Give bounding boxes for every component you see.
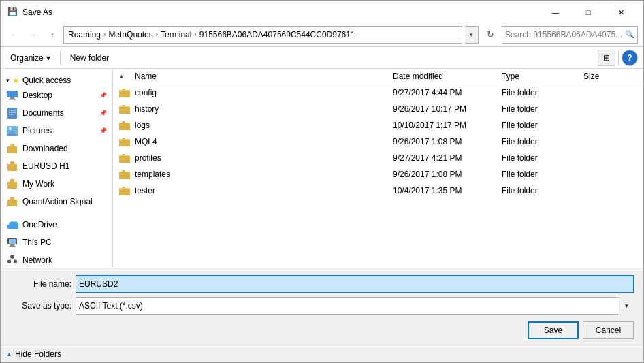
hide-folders-button[interactable]: ▲ Hide Folders: [6, 349, 61, 359]
sidebar-item-eurusd[interactable]: EURUSD H1: [1, 157, 112, 175]
table-row[interactable]: profiles 9/27/2017 4:21 PM File folder: [113, 150, 643, 166]
sidebar-item-pictures[interactable]: Pictures 📌: [1, 122, 112, 140]
table-row[interactable]: history 9/26/2017 10:17 PM File folder: [113, 101, 643, 117]
saveas-select-wrapper: ASCII Text (*.csv) ▾: [76, 297, 634, 315]
onedrive-label: OneDrive: [22, 220, 57, 230]
back-button[interactable]: ←: [6, 27, 22, 43]
form-buttons: Save Cancel: [10, 319, 634, 339]
file-type: File folder: [502, 88, 583, 97]
file-date: 10/4/2017 1:35 PM: [393, 186, 502, 195]
folder-icon: [118, 185, 131, 196]
refresh-button[interactable]: ↻: [481, 26, 499, 44]
organize-button[interactable]: Organize ▾: [6, 52, 54, 64]
file-type: File folder: [502, 137, 583, 146]
table-row[interactable]: tester 10/4/2017 1:35 PM File folder: [113, 183, 643, 199]
sidebar-item-quantaction[interactable]: QuantAction Signal: [1, 193, 112, 210]
close-button[interactable]: ✕: [605, 5, 637, 20]
sidebar: ▾ ★ Quick access Desktop 📌 Documents 📌: [1, 69, 113, 268]
thispc-icon: [6, 237, 18, 248]
pictures-label: Pictures: [22, 126, 52, 136]
up-button[interactable]: ↑: [44, 27, 61, 43]
hide-folders-label: Hide Folders: [15, 349, 61, 359]
svg-rect-15: [7, 260, 11, 263]
documents-pin: 📌: [99, 110, 107, 116]
sort-indicator: ▲: [118, 73, 131, 80]
sidebar-item-desktop[interactable]: Desktop 📌: [1, 86, 112, 104]
table-row[interactable]: logs 10/10/2017 1:17 PM File folder: [113, 117, 643, 133]
svg-rect-4: [9, 110, 16, 111]
folder-icon: [118, 169, 131, 180]
dialog-title: Save As: [22, 7, 540, 17]
help-button[interactable]: ?: [622, 50, 638, 66]
search-box[interactable]: 🔍: [502, 26, 638, 44]
minimize-button[interactable]: —: [540, 5, 571, 20]
address-bar: ← → ↑ Roaming › MetaQuotes › Terminal › …: [1, 22, 643, 47]
file-name: logs: [135, 121, 393, 130]
saveas-select[interactable]: ASCII Text (*.csv): [76, 297, 634, 315]
col-header-size[interactable]: Size: [583, 72, 638, 81]
svg-point-8: [9, 127, 12, 130]
documents-label: Documents: [22, 108, 64, 118]
file-name: MQL4: [135, 137, 393, 146]
sidebar-item-network[interactable]: Network: [1, 251, 112, 268]
quick-access-header[interactable]: ▾ ★ Quick access: [1, 72, 112, 86]
svg-rect-1: [10, 97, 14, 99]
network-icon: [6, 255, 18, 266]
quick-access-label: Quick access: [22, 76, 71, 85]
address-dropdown[interactable]: ▾: [465, 26, 479, 44]
mywork-icon: [6, 178, 18, 189]
sidebar-item-onedrive[interactable]: OneDrive: [1, 216, 112, 234]
path-part-hash: 915566BA06ADA407569C544CC0D97611: [199, 30, 355, 40]
new-folder-button[interactable]: New folder: [66, 52, 113, 64]
folder-icon: [118, 104, 131, 114]
table-row[interactable]: templates 9/26/2017 1:08 PM File folder: [113, 166, 643, 183]
view-button[interactable]: ⊞: [598, 50, 615, 66]
col-header-type[interactable]: Type: [502, 72, 583, 81]
toolbar-separator: [60, 51, 61, 65]
svg-rect-12: [10, 244, 14, 246]
maximize-button[interactable]: □: [573, 5, 604, 20]
dialog-icon: 💾: [7, 7, 18, 18]
filename-input[interactable]: [76, 275, 634, 293]
file-type: File folder: [502, 121, 583, 130]
col-header-name[interactable]: Name: [135, 72, 393, 81]
file-date: 9/27/2017 4:21 PM: [393, 153, 502, 163]
thispc-label: This PC: [22, 238, 52, 247]
sidebar-item-downloaded[interactable]: Downloaded: [1, 140, 112, 157]
new-folder-label: New folder: [70, 53, 109, 63]
sidebar-item-thispc[interactable]: This PC: [1, 234, 112, 251]
sidebar-item-mywork[interactable]: My Work: [1, 175, 112, 193]
svg-rect-2: [9, 99, 16, 100]
documents-icon: [6, 108, 18, 119]
file-date: 9/27/2017 4:44 PM: [393, 88, 502, 97]
network-label: Network: [22, 255, 52, 265]
svg-line-17: [10, 258, 13, 260]
address-path[interactable]: Roaming › MetaQuotes › Terminal › 915566…: [63, 26, 462, 44]
svg-rect-11: [9, 239, 16, 244]
sidebar-item-documents[interactable]: Documents 📌: [1, 104, 112, 122]
path-part-roaming: Roaming: [68, 30, 101, 40]
folder-icon: [118, 136, 131, 147]
pictures-icon: [6, 125, 18, 136]
svg-rect-14: [10, 255, 14, 258]
hide-folders-chevron: ▲: [6, 351, 12, 358]
organize-arrow: ▾: [46, 53, 50, 63]
save-button[interactable]: Save: [528, 321, 579, 339]
folder-icon: [118, 87, 131, 98]
file-rows-container: config 9/27/2017 4:44 PM File folder his…: [113, 84, 643, 199]
col-header-date[interactable]: Date modified: [393, 72, 502, 81]
search-icon: 🔍: [625, 30, 634, 39]
file-date: 9/26/2017 1:08 PM: [393, 137, 502, 146]
eurusd-label: EURUSD H1: [22, 161, 69, 171]
table-row[interactable]: MQL4 9/26/2017 1:08 PM File folder: [113, 133, 643, 150]
svg-rect-5: [9, 112, 16, 113]
path-part-terminal: Terminal: [161, 30, 191, 40]
svg-line-18: [12, 258, 16, 260]
file-name: history: [135, 104, 393, 114]
file-name: profiles: [135, 153, 393, 163]
search-input[interactable]: [505, 30, 625, 40]
forward-button[interactable]: →: [25, 27, 42, 43]
cancel-button[interactable]: Cancel: [583, 321, 634, 339]
table-row[interactable]: config 9/27/2017 4:44 PM File folder: [113, 84, 643, 101]
file-list-header[interactable]: ▲ Name Date modified Type Size: [113, 69, 643, 84]
